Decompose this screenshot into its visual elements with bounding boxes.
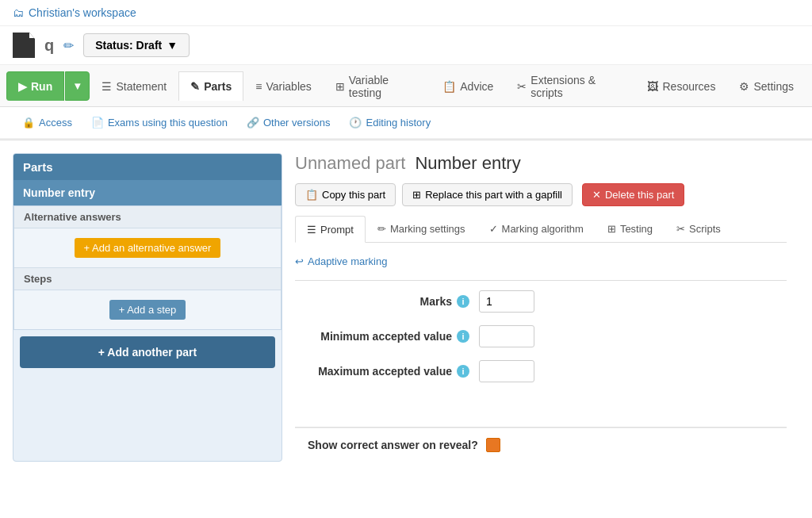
variable-testing-icon: ⊞ xyxy=(335,80,345,93)
steps-content: + Add a step xyxy=(14,290,281,329)
nav-tabs: ▶ Run ▼ ☰ Statement ✎ Parts ≡ Variables … xyxy=(0,65,812,107)
max-value-row: Maximum accepted value i xyxy=(295,360,787,382)
parts-icon: ✎ xyxy=(190,80,200,93)
run-icon: ▶ xyxy=(18,80,27,93)
parts-panel-header: Parts xyxy=(13,154,282,180)
tab-settings[interactable]: ⚙ Settings xyxy=(727,71,806,101)
min-value-row: Minimum accepted value i xyxy=(295,325,787,347)
max-value-info-icon[interactable]: i xyxy=(457,365,469,378)
parts-panel: Parts Number entry Alternative answers +… xyxy=(13,153,282,462)
exams-icon: 📄 xyxy=(91,117,104,129)
min-value-text: Minimum accepted value xyxy=(320,330,452,343)
copy-this-part-button[interactable]: 📋 Copy this part xyxy=(295,183,396,206)
advice-icon: 📋 xyxy=(442,80,456,93)
sub-tab-marking-algorithm[interactable]: ✓ Marking algorithm xyxy=(477,216,596,242)
workspace-icon: 🗂 xyxy=(13,6,24,19)
max-value-input[interactable] xyxy=(479,360,534,382)
part-type-label: Number entry xyxy=(415,153,520,174)
marking-algorithm-icon: ✓ xyxy=(489,223,498,235)
variable-testing-label: Variable testing xyxy=(349,74,419,99)
sub-tab-testing[interactable]: ⊞ Testing xyxy=(596,216,665,242)
part-sub-section: Alternative answers + Add an alternative… xyxy=(13,205,282,330)
parts-panel-title: Parts xyxy=(23,160,53,174)
adaptive-icon: ↩ xyxy=(295,255,304,267)
max-value-label: Maximum accepted value i xyxy=(295,365,469,378)
alt-answers-label: Alternative answers xyxy=(24,211,121,223)
marking-settings-label: Marking settings xyxy=(390,223,465,235)
extensions-label: Extensions & scripts xyxy=(530,74,623,99)
left-actions: 📋 Copy this part ⊞ Replace this part wit… xyxy=(295,183,573,206)
alt-answers-content: + Add an alternative answer xyxy=(14,228,281,267)
settings-label: Settings xyxy=(753,80,794,93)
tab-extensions[interactable]: ✂ Extensions & scripts xyxy=(505,65,635,107)
alt-answers-header: Alternative answers xyxy=(14,206,281,228)
tab-resources[interactable]: 🖼 Resources xyxy=(635,71,727,101)
top-bar: 🗂 Christian's workspace xyxy=(0,0,812,26)
tab-statement[interactable]: ☰ Statement xyxy=(90,71,178,101)
main-content: Parts Number entry Alternative answers +… xyxy=(0,140,812,474)
add-alternative-answer-button[interactable]: + Add an alternative answer xyxy=(75,238,221,258)
add-another-part-button[interactable]: + Add another part xyxy=(20,336,275,368)
add-another-part-container: + Add another part xyxy=(13,330,282,374)
show-correct-checkbox[interactable] xyxy=(486,438,500,452)
marks-label: Marks i xyxy=(295,295,469,308)
unnamed-part-label: Unnamed part xyxy=(295,153,405,174)
replace-with-gapfill-button[interactable]: ⊞ Replace this part with a gapfill xyxy=(402,183,573,206)
status-draft-button[interactable]: Status: Draft ▼ xyxy=(83,33,190,57)
sub-tab-marking-settings[interactable]: ✏ Marking settings xyxy=(366,216,477,242)
steps-section: Steps + Add a step xyxy=(14,267,281,329)
other-versions-label: Other versions xyxy=(263,117,331,129)
statement-icon: ☰ xyxy=(102,80,112,93)
replace-icon: ⊞ xyxy=(412,189,421,201)
access-label: Access xyxy=(39,117,72,129)
tab-parts[interactable]: ✎ Parts xyxy=(178,71,243,101)
add-step-button[interactable]: + Add a step xyxy=(109,300,186,320)
testing-label: Testing xyxy=(620,223,653,235)
part-item-number-entry[interactable]: Number entry xyxy=(13,180,282,205)
extensions-icon: ✂ xyxy=(517,80,527,93)
marks-text: Marks xyxy=(420,295,452,308)
tab-variable-testing[interactable]: ⊞ Variable testing xyxy=(324,65,431,107)
marking-algorithm-label: Marking algorithm xyxy=(502,223,584,235)
tab-run[interactable]: ▶ Run xyxy=(6,71,64,101)
workspace-link[interactable]: 🗂 Christian's workspace xyxy=(13,6,136,19)
tab-advice[interactable]: 📋 Advice xyxy=(431,71,505,101)
parts-label: Parts xyxy=(204,80,232,93)
versions-icon: 🔗 xyxy=(247,117,259,129)
marks-info-icon[interactable]: i xyxy=(457,295,469,308)
history-icon: 🕐 xyxy=(349,117,362,129)
run-dropdown-button[interactable]: ▼ xyxy=(65,71,90,101)
scripts-label: Scripts xyxy=(689,223,721,235)
min-value-input[interactable] xyxy=(479,325,534,347)
resources-label: Resources xyxy=(662,80,715,93)
sec-nav-exams[interactable]: 📄 Exams using this question xyxy=(82,112,237,133)
sec-nav-access[interactable]: 🔒 Access xyxy=(13,112,82,133)
copy-icon: 📋 xyxy=(305,189,318,201)
status-label: Status: Draft xyxy=(95,39,162,52)
prompt-icon: ☰ xyxy=(307,224,316,236)
scripts-icon: ✂ xyxy=(676,223,685,235)
marks-input[interactable] xyxy=(479,290,534,313)
sub-tab-prompt[interactable]: ☰ Prompt xyxy=(295,216,366,243)
exams-label: Exams using this question xyxy=(108,117,228,129)
steps-label: Steps xyxy=(24,273,52,285)
min-value-info-icon[interactable]: i xyxy=(457,330,469,343)
caret-icon: ▼ xyxy=(167,39,178,52)
run-label: Run xyxy=(31,80,52,93)
sub-tab-scripts[interactable]: ✂ Scripts xyxy=(665,216,733,242)
part-item-label: Number entry xyxy=(23,186,95,199)
sec-nav-other-versions[interactable]: 🔗 Other versions xyxy=(237,112,340,133)
steps-header: Steps xyxy=(14,268,281,290)
edit-icon-button[interactable]: ✏ xyxy=(63,38,74,53)
tab-variables[interactable]: ≡ Variables xyxy=(243,71,324,101)
delete-this-part-button[interactable]: ✕ Delete this part xyxy=(582,183,684,206)
variables-icon: ≡ xyxy=(255,80,262,93)
doc-icon xyxy=(13,33,35,58)
sec-nav-editing-history[interactable]: 🕐 Editing history xyxy=(339,112,440,133)
sub-tabs: ☰ Prompt ✏ Marking settings ✓ Marking al… xyxy=(295,216,787,243)
adaptive-marking-link[interactable]: ↩ Adaptive marking xyxy=(295,255,787,267)
settings-icon: ⚙ xyxy=(739,80,749,93)
resources-icon: 🖼 xyxy=(647,80,658,93)
q-letter: q xyxy=(44,36,54,55)
marks-row: Marks i xyxy=(295,290,787,313)
